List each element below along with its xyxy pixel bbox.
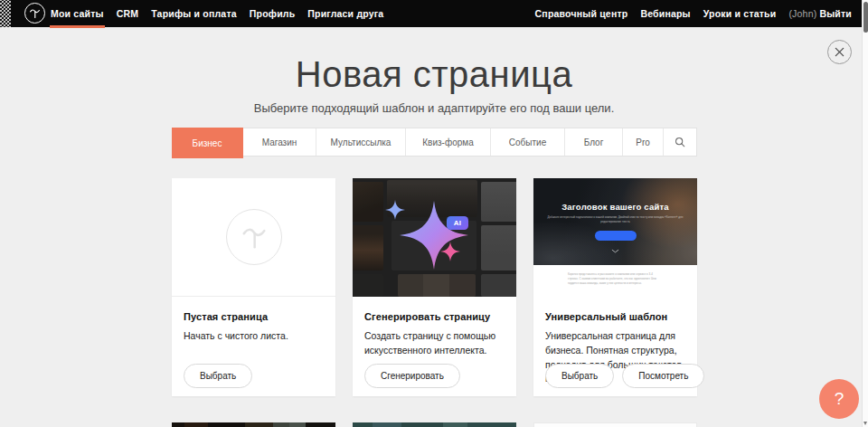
tab-business[interactable]: Бизнес [172,128,243,158]
tab-shop[interactable]: Магазин [243,128,316,156]
template-category-tabs: Бизнес Магазин Мультиссылка Квиз-форма С… [172,128,697,157]
tab-pro[interactable]: Pro [623,128,664,156]
template-card-universal[interactable]: Заголовок вашего сайта Добавьте интересн… [533,178,697,396]
card-info: Универсальный шаблон Универсальная стран… [533,297,697,396]
preview-body: Коротко представьтесь и расскажите о ком… [533,272,697,297]
preview-cta-button [595,231,637,241]
user-name: (John) [788,8,816,19]
template-card-ai-generate[interactable]: AI Сгенерировать страницу Создать страни… [353,178,516,396]
card-title: Пустая страница [184,311,324,322]
scrollbar-arrow-down-icon[interactable] [863,422,867,425]
card-info: Сгенерировать страницу Создать страницу … [353,297,516,396]
preview-hero: Заголовок вашего сайта Добавьте интересн… [533,178,697,265]
nav-item-label: Вебинары [640,8,690,19]
card-info: Пустая страница Начать с чистого листа. … [172,297,335,396]
blank-preview [172,178,335,297]
page-subtitle: Выберите подходящий шаблон и адаптируйте… [0,101,868,115]
tab-multilink[interactable]: Мультиссылка [316,128,406,156]
nav-item-label: Пригласи друга [307,8,383,19]
nav-left-menu: Мои сайты CRM Тарифы и оплата Профиль Пр… [50,0,384,27]
tab-blog[interactable]: Блог [565,128,623,156]
scrollbar[interactable] [862,0,868,427]
nav-item-lessons[interactable]: Уроки и статьи [703,0,778,27]
ai-sparkle-small-icon [440,242,460,261]
ai-badge: AI [447,216,468,230]
nav-item-logout[interactable]: (John) Выйти [788,0,853,27]
card-description: Создать страницу с помощью искусственног… [364,329,505,358]
choose-button[interactable]: Выбрать [545,364,614,388]
nav-item-label: Мои сайты [51,8,104,19]
card-title: Сгенерировать страницу [364,311,505,322]
nav-item-crm[interactable]: CRM [116,0,140,27]
scrollbar-thumb[interactable] [863,2,868,33]
nav-item-tariffs[interactable]: Тарифы и оплата [150,0,238,27]
template-card-partial[interactable] [533,422,697,427]
nav-item-label: CRM [117,8,139,19]
page-title: Новая страница [0,54,868,95]
help-button[interactable]: ? [819,379,859,419]
search-icon [675,137,685,147]
logout-label: Выйти [819,8,852,19]
view-button[interactable]: Посмотреть [622,364,704,388]
tilda-logo-icon [29,7,41,19]
active-tab-underline [50,25,105,28]
tilda-watermark-icon [226,209,282,265]
nav-item-webinars[interactable]: Вебинары [639,0,691,27]
preview-body-text: Коротко представьтесь и расскажите о ком… [568,272,660,286]
template-card-blank[interactable]: Пустая страница Начать с чистого листа. … [172,178,335,396]
tilda-logo[interactable] [24,3,45,24]
edge-texture [0,0,11,27]
preview-heading: Заголовок вашего сайта [533,178,697,212]
nav-item-help-center[interactable]: Справочный центр [534,0,629,27]
nav-item-label: Тарифы и оплата [151,8,237,19]
nav-right-menu: Справочный центр Вебинары Уроки и статьи… [534,0,853,27]
template-card-partial[interactable] [172,422,335,427]
nav-item-label: Профиль [250,8,296,19]
tab-quiz-form[interactable]: Квиз-форма [406,128,491,156]
choose-button[interactable]: Выбрать [184,364,252,388]
template-card-partial[interactable] [353,422,516,427]
chevron-down-icon [611,249,619,253]
nav-item-label: Справочный центр [535,8,628,19]
card-title: Универсальный шаблон [545,311,685,322]
ai-sparkle-small-icon [385,200,405,220]
site-preview: Заголовок вашего сайта Добавьте интересн… [533,178,697,297]
top-navbar: Мои сайты CRM Тарифы и оплата Профиль Пр… [0,0,868,27]
nav-item-profile[interactable]: Профиль [249,0,297,27]
card-description: Начать с чистого листа. [184,329,324,344]
nav-item-invite-friend[interactable]: Пригласи друга [307,0,384,27]
tab-event[interactable]: Событие [491,128,565,156]
search-tab[interactable] [664,128,696,156]
generate-button[interactable]: Сгенерировать [364,364,460,388]
ai-preview: AI [353,178,516,297]
nav-item-label: Уроки и статьи [703,8,777,19]
preview-subtext: Добавьте интересный подзаголовок о вашей… [548,215,684,224]
nav-item-my-sites[interactable]: Мои сайты [50,0,105,27]
